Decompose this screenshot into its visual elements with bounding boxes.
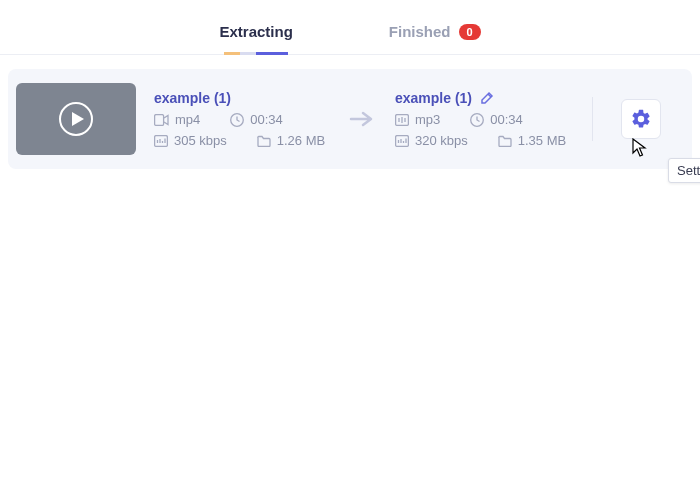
target-filename: example (1) — [395, 90, 472, 106]
target-size: 1.35 MB — [498, 133, 566, 148]
source-format: mp4 — [154, 112, 200, 127]
edit-icon[interactable] — [480, 91, 494, 105]
tab-finished[interactable]: Finished 0 — [381, 23, 489, 54]
video-icon — [154, 114, 169, 126]
tab-bar: Extracting Finished 0 — [0, 0, 700, 55]
tab-extracting-label: Extracting — [219, 23, 292, 40]
svg-rect-0 — [155, 114, 164, 125]
target-duration: 00:34 — [470, 112, 523, 127]
settings-button[interactable] — [621, 99, 661, 139]
target-format: mp3 — [395, 112, 440, 127]
source-info: example (1) mp4 00:34 305 kbps 1 — [154, 90, 329, 148]
tab-extracting[interactable]: Extracting — [211, 23, 300, 54]
target-bitrate: 320 kbps — [395, 133, 468, 148]
source-filename: example (1) — [154, 90, 329, 106]
finished-count-badge: 0 — [459, 24, 481, 40]
source-duration: 00:34 — [230, 112, 283, 127]
bitrate-icon — [154, 135, 168, 147]
video-thumbnail[interactable] — [16, 83, 136, 155]
tab-underline — [224, 52, 288, 55]
play-icon — [59, 102, 93, 136]
folder-icon — [257, 135, 271, 147]
audio-icon — [395, 114, 409, 126]
clock-icon — [470, 113, 484, 127]
gear-icon — [630, 108, 652, 130]
settings-tooltip: Settings — [668, 158, 700, 183]
bitrate-icon — [395, 135, 409, 147]
clock-icon — [230, 113, 244, 127]
divider — [592, 97, 593, 141]
arrow-icon — [347, 111, 377, 127]
folder-icon — [498, 135, 512, 147]
source-size: 1.26 MB — [257, 133, 325, 148]
target-info: example (1) mp3 00:34 320 kbps — [395, 90, 570, 148]
tab-finished-label: Finished — [389, 23, 451, 40]
conversion-list: example (1) mp4 00:34 305 kbps 1 — [0, 55, 700, 169]
source-bitrate: 305 kbps — [154, 133, 227, 148]
conversion-item: example (1) mp4 00:34 305 kbps 1 — [8, 69, 692, 169]
